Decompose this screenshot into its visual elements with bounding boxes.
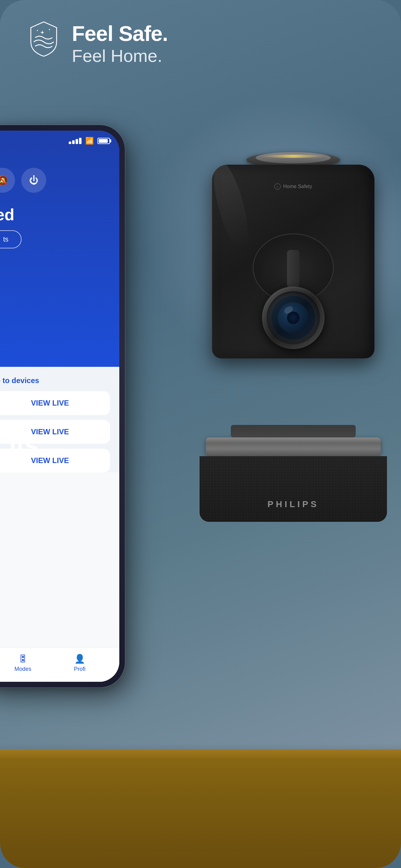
header: Feel Safe. Feel Home. <box>25 19 168 66</box>
camera-lens <box>262 286 325 349</box>
header-tagline1: Feel Safe. <box>72 22 168 45</box>
modes-label: Modes <box>14 666 31 673</box>
header-text: Feel Safe. Feel Home. <box>72 19 168 66</box>
lens-ring-1 <box>267 291 320 344</box>
svg-point-4 <box>37 30 38 31</box>
base-texture-pattern <box>200 456 387 522</box>
phone-header-blue: ⌄ 🔕 ⏻ ted ts <box>0 148 119 367</box>
power-icon[interactable]: ⏻ <box>21 168 46 193</box>
camera-brand-label: PHILIPS <box>268 499 319 509</box>
profile-icon: 👤 <box>74 654 85 664</box>
phone-outer: 📶 ⌄ 🔕 ⏻ ted <box>0 125 125 687</box>
lens-ring-3 <box>278 302 309 333</box>
philips-logo <box>25 19 63 59</box>
phone-connected-text: ted <box>0 205 110 224</box>
view-live-label-1[interactable]: VIEW LIVE <box>0 399 101 407</box>
phone-icons-row: 🔕 ⏻ <box>0 168 110 193</box>
phone-inner: 📶 ⌄ 🔕 ⏻ ted <box>0 131 119 682</box>
sliders-icon: 🎛 <box>19 654 27 664</box>
lens-ring-2 <box>271 296 315 340</box>
header-tagline2: Feel Home. <box>72 45 168 66</box>
phone-bottom-nav: 🎛 Modes 👤 Profi <box>0 647 119 682</box>
svg-point-3 <box>49 29 50 30</box>
go-to-devices-link[interactable]: Go to devices <box>0 376 110 385</box>
its-text-area: Its <box>0 431 79 467</box>
base-silver-ring <box>206 437 381 456</box>
nav-modes[interactable]: 🎛 Modes <box>14 654 31 673</box>
its-label: Its <box>9 431 38 459</box>
lens-center <box>287 312 300 324</box>
wifi-icon: 📶 <box>85 137 94 145</box>
signal-icon <box>69 138 81 144</box>
phone-status-bar: 📶 <box>0 131 119 148</box>
shelf-top-edge <box>0 749 401 758</box>
camera-ring-glow <box>262 155 325 158</box>
home-safety-icon: ⌂ <box>274 183 281 190</box>
ptz-arm <box>287 250 300 287</box>
camera-body: ⌂ Home Safety <box>212 150 374 394</box>
philips-logo-svg <box>27 20 61 58</box>
lens-outer-ring <box>262 286 325 349</box>
base-main-body: PHILIPS <box>200 456 387 522</box>
shelf-surface <box>0 749 401 868</box>
bell-icon[interactable]: 🔕 <box>0 168 15 193</box>
chevron-down-icon[interactable]: ⌄ <box>0 148 110 158</box>
camera-device: ⌂ Home Safety <box>176 150 401 525</box>
profile-label: Profi <box>74 666 86 673</box>
camera-base: PHILIPS <box>200 425 387 525</box>
camera-main-body: ⌂ Home Safety <box>212 165 374 359</box>
camera-device-label: ⌂ Home Safety <box>274 183 312 190</box>
phone-alerts-button[interactable]: ts <box>0 230 22 248</box>
base-top-connector <box>231 425 356 437</box>
phone-screen: 📶 ⌄ 🔕 ⏻ ted <box>0 131 119 682</box>
page-wrapper: Feel Safe. Feel Home. 📶 <box>0 0 401 868</box>
phone-mockup: 📶 ⌄ 🔕 ⏻ ted <box>0 125 125 687</box>
battery-icon <box>97 138 110 144</box>
nav-profile[interactable]: 👤 Profi <box>74 654 86 673</box>
view-live-row-1: VIEW LIVE <box>0 391 110 415</box>
camera-ring-inner <box>256 152 331 163</box>
